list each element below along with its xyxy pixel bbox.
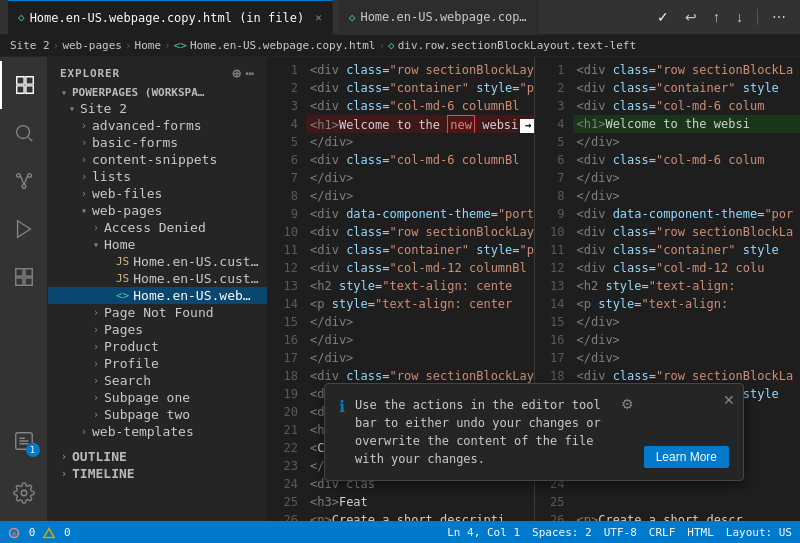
undo-button[interactable]: ↩ <box>679 7 703 27</box>
svg-point-4 <box>22 185 26 189</box>
svg-line-6 <box>24 176 28 185</box>
breadcrumb-home[interactable]: Home <box>135 39 162 52</box>
status-ln-col[interactable]: Ln 4, Col 1 <box>447 526 520 539</box>
code-line: </div> <box>306 133 534 151</box>
sidebar-item-content-snippets[interactable]: › content-snippets <box>48 151 267 168</box>
title-bar: ◇ Home.en-US.webpage.copy.html (in file)… <box>0 0 800 35</box>
sidebar-item-web-files[interactable]: › web-files <box>48 185 267 202</box>
status-spaces[interactable]: Spaces: 2 <box>532 526 592 539</box>
profile-label: Profile <box>104 356 159 371</box>
breadcrumb-webpages[interactable]: web-pages <box>62 39 122 52</box>
up-button[interactable]: ↑ <box>707 7 726 27</box>
tab-active[interactable]: ◇ Home.en-US.webpage.copy.html (in file)… <box>8 0 333 35</box>
code-line: <div class="col-md-6 columnBl <box>306 97 534 115</box>
code-line: <h3>Feat <box>306 493 534 511</box>
activity-search[interactable] <box>0 109 48 157</box>
page-not-found-label: Page Not Found <box>104 305 214 320</box>
sidebar-item-web-pages[interactable]: ▾ web-pages <box>48 202 267 219</box>
outline-section[interactable]: › OUTLINE <box>48 448 267 465</box>
code-line: <div class="container" style="p <box>306 241 534 259</box>
outline-label: OUTLINE <box>72 449 127 464</box>
sidebar-item-subpage-two[interactable]: › Subpage two <box>48 406 267 423</box>
svg-text:✕: ✕ <box>12 529 17 538</box>
arrow-basic-forms: › <box>76 137 92 148</box>
diff-file-icon: ◇ <box>349 11 356 24</box>
sidebar: EXPLORER ⊕ ⋯ ▾ POWERPAGES (WORKSPA… ▾ Si… <box>48 57 268 521</box>
sidebar-item-web-templates[interactable]: › web-templates <box>48 423 267 440</box>
learn-more-button[interactable]: Learn More <box>644 446 729 468</box>
web-templates-label: web-templates <box>92 424 194 439</box>
activity-powerpages[interactable]: 1 <box>0 417 48 465</box>
status-language[interactable]: HTML <box>687 526 714 539</box>
sidebar-header: EXPLORER ⊕ ⋯ <box>48 57 267 85</box>
down-button[interactable]: ↓ <box>730 7 749 27</box>
code-line: <p style="text-align: center <box>306 295 534 313</box>
diff-line: <div class="container" style <box>573 79 801 97</box>
status-errors[interactable]: ✕ 0 <box>8 526 35 539</box>
status-bar-left: ✕ 0 0 <box>8 526 71 539</box>
status-encoding[interactable]: UTF-8 <box>604 526 637 539</box>
breadcrumb-element[interactable]: div.row.sectionBlockLayout.text-left <box>398 39 636 52</box>
sidebar-item-access-denied[interactable]: › Access Denied <box>48 219 267 236</box>
diff-line: <div class="col-md-12 colu <box>573 259 801 277</box>
sidebar-item-page-not-found[interactable]: › Page Not Found <box>48 304 267 321</box>
arrow-product: › <box>88 341 104 352</box>
activity-run[interactable] <box>0 205 48 253</box>
home-label: Home <box>104 237 135 252</box>
sidebar-icons: ⊕ ⋯ <box>232 65 255 81</box>
activity-source-control[interactable] <box>0 157 48 205</box>
more-actions-button[interactable]: ⋯ <box>766 7 792 27</box>
svg-point-3 <box>27 174 31 178</box>
diff-line: </div> <box>573 169 801 187</box>
diff-line: </div> <box>573 187 801 205</box>
diff-line-4: <h1>Welcome to the websi <box>573 115 801 133</box>
status-warnings[interactable]: 0 <box>43 526 70 539</box>
sidebar-item-basic-forms[interactable]: › basic-forms <box>48 134 267 151</box>
sidebar-new-file-icon[interactable]: ⊕ <box>232 65 241 81</box>
tab-close-icon[interactable]: ✕ <box>315 11 322 24</box>
timeline-label: TIMELINE <box>72 466 135 481</box>
diff-line: <div class="col-md-6 colum <box>573 151 801 169</box>
sidebar-item-product[interactable]: › Product <box>48 338 267 355</box>
breadcrumb-site2[interactable]: Site 2 <box>10 39 50 52</box>
diff-line: <div data-component-theme="por <box>573 205 801 223</box>
activity-extensions[interactable] <box>0 253 48 301</box>
sidebar-item-site2[interactable]: ▾ Site 2 <box>48 100 267 117</box>
sidebar-item-home-cust1[interactable]: JS Home.en-US.cust… <box>48 253 267 270</box>
home-cust1-label: Home.en-US.cust… <box>133 254 258 269</box>
arrow-page-not-found: › <box>88 307 104 318</box>
notification-panel: ℹ Use the actions in the editor tool bar… <box>324 383 744 481</box>
notification-gear-button[interactable]: ⚙ <box>621 396 634 412</box>
sidebar-item-advanced-forms[interactable]: › advanced-forms <box>48 117 267 134</box>
main-layout: 1 EXPLORER ⊕ ⋯ ▾ POWERPAGES (WORKSPA… ▾ <box>0 57 800 521</box>
sidebar-item-pages[interactable]: › Pages <box>48 321 267 338</box>
arrow-icon: ▾ <box>56 87 72 98</box>
code-line-4: <h1>Welcome to the new websi→ <box>306 115 534 133</box>
sidebar-item-home-cust2[interactable]: JS Home.en-US.cust… <box>48 270 267 287</box>
accept-button[interactable]: ✓ <box>651 7 675 27</box>
sidebar-item-home-web[interactable]: <> Home.en-US.web… <box>48 287 267 304</box>
subpage-two-label: Subpage two <box>104 407 190 422</box>
sidebar-item-lists[interactable]: › lists <box>48 168 267 185</box>
activity-settings[interactable] <box>0 469 48 517</box>
status-eol[interactable]: CRLF <box>649 526 676 539</box>
notification-close-button[interactable]: ✕ <box>723 392 735 408</box>
status-layout[interactable]: Layout: US <box>726 526 792 539</box>
sidebar-item-subpage-one[interactable]: › Subpage one <box>48 389 267 406</box>
breadcrumb-filename[interactable]: Home.en-US.webpage.copy.html <box>190 39 375 52</box>
tree-workspace[interactable]: ▾ POWERPAGES (WORKSPA… <box>48 85 267 100</box>
diff-line: </div> <box>573 349 801 367</box>
timeline-section[interactable]: › TIMELINE <box>48 465 267 482</box>
diff-line: </div> <box>573 313 801 331</box>
tab-diff[interactable]: ◇ Home.en-US.webpage.cop… <box>339 0 538 35</box>
code-line: <div class="col-md-6 columnBl <box>306 151 534 169</box>
html-file-icon: ◇ <box>18 11 25 24</box>
sidebar-more-icon[interactable]: ⋯ <box>246 65 255 81</box>
sidebar-item-home[interactable]: ▾ Home <box>48 236 267 253</box>
svg-rect-11 <box>15 278 22 285</box>
sidebar-item-search[interactable]: › Search <box>48 372 267 389</box>
sidebar-item-profile[interactable]: › Profile <box>48 355 267 372</box>
svg-line-5 <box>20 176 24 185</box>
activity-explorer[interactable] <box>0 61 48 109</box>
code-line: <div class="row sectionBlockLayou <box>306 61 534 79</box>
